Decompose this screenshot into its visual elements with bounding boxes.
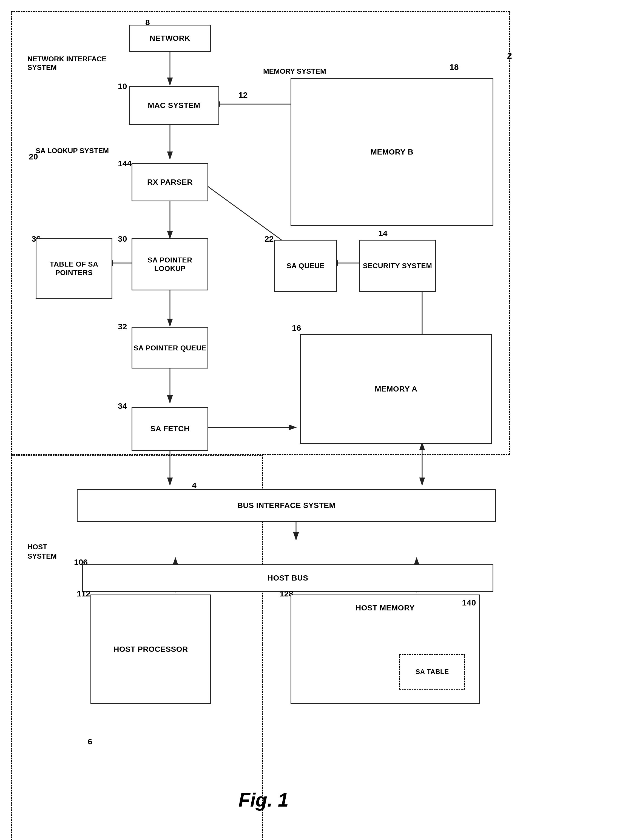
host-bus-box: HOST BUS — [82, 564, 493, 592]
sa-lookup-label: SA LOOKUP SYSTEM — [35, 147, 109, 155]
ref-16: 16 — [292, 323, 301, 333]
ref-30: 30 — [118, 234, 127, 243]
table-sa-pointers-box: TABLE OF SA POINTERS — [35, 238, 112, 299]
host-processor-box: HOST PROCESSOR — [90, 594, 211, 704]
memory-system-label: MEMORY SYSTEM — [263, 67, 326, 76]
mac-system-box: MAC SYSTEM — [129, 86, 219, 125]
fig-label: Fig. 1 — [238, 789, 289, 811]
ref-112: 112 — [77, 589, 90, 598]
security-system-box: SECURITY SYSTEM — [359, 240, 436, 292]
sa-pointer-queue-box: SA POINTER QUEUE — [131, 327, 208, 368]
ref-6: 6 — [88, 737, 92, 746]
diagram-container: 8 NETWORK 2 NETWORK INTERFACESYSTEM 10 M… — [0, 0, 617, 840]
nis-label: NETWORK INTERFACESYSTEM — [27, 55, 106, 72]
ref-34: 34 — [118, 401, 127, 411]
memory-a-box: MEMORY A — [300, 334, 492, 444]
ref-4: 4 — [192, 481, 196, 490]
ref-144: 144 — [118, 159, 131, 168]
ref-140: 140 — [462, 598, 476, 607]
sa-table-box: SA TABLE — [399, 654, 465, 690]
ref-20: 20 — [29, 152, 38, 161]
ref-32: 32 — [118, 322, 127, 331]
memory-b-box: MEMORY B — [291, 78, 493, 226]
bus-interface-box: BUS INTERFACE SYSTEM — [77, 489, 496, 522]
ref-2: 2 — [507, 51, 512, 61]
ref-14: 14 — [378, 229, 387, 238]
host-system-label: HOSTSYSTEM — [27, 542, 57, 561]
host-memory-box: HOST MEMORY SA TABLE 140 — [291, 594, 480, 704]
ref-12: 12 — [238, 90, 248, 100]
rx-parser-box: RX PARSER — [131, 163, 208, 201]
ref-18: 18 — [450, 62, 459, 72]
sa-pointer-lookup-box: SA POINTER LOOKUP — [131, 238, 208, 290]
sa-queue-box: SA QUEUE — [274, 240, 337, 292]
ref-22: 22 — [264, 234, 273, 243]
sa-fetch-box: SA FETCH — [131, 407, 208, 451]
ref-10: 10 — [118, 82, 127, 91]
network-box: NETWORK — [129, 25, 211, 52]
